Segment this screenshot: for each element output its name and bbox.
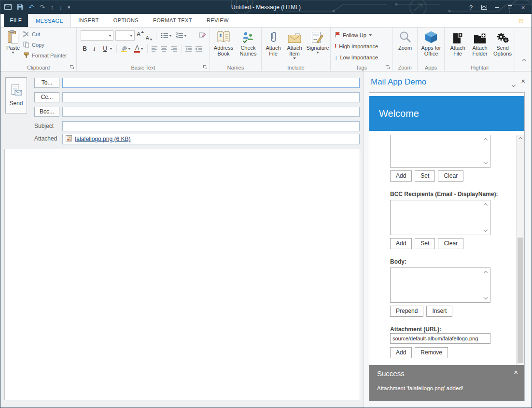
cut-button[interactable]: Cut: [23, 31, 67, 38]
task-pane-menu-icon[interactable]: [512, 80, 515, 88]
signature-button[interactable]: Signature: [306, 29, 329, 54]
decrease-indent-button[interactable]: [184, 44, 193, 54]
tab-review[interactable]: REVIEW: [199, 14, 236, 27]
body-prepend-button[interactable]: Prepend: [390, 306, 423, 317]
bcc-add-button[interactable]: Add: [390, 238, 412, 249]
listbox-scroll-down-icon[interactable]: [484, 228, 488, 232]
message-body-editor[interactable]: [4, 149, 360, 400]
increase-indent-button[interactable]: [195, 44, 203, 54]
listbox-scroll-down-icon[interactable]: [484, 160, 488, 164]
follow-up-button[interactable]: Follow Up: [335, 30, 378, 40]
previous-item-icon[interactable]: ↑: [50, 4, 54, 11]
copy-button[interactable]: Copy: [23, 42, 67, 48]
address-book-button[interactable]: Address Book: [212, 29, 235, 56]
save-icon[interactable]: [17, 4, 23, 11]
recipients-clear-button[interactable]: Clear: [438, 170, 463, 182]
attach-file-button[interactable]: Attach File: [264, 29, 283, 56]
attach-item-button[interactable]: Attach Item: [284, 29, 305, 59]
zoom-icon: [398, 29, 412, 44]
feedback-smiley-icon[interactable]: ☺: [518, 14, 525, 27]
hightail-attach-folder-button[interactable]: Attach Folder: [469, 29, 491, 56]
ribbon-display-options-icon[interactable]: [477, 0, 490, 14]
apps-for-office-button[interactable]: Apps for Office: [420, 29, 443, 56]
minimize-icon[interactable]: [490, 0, 504, 14]
bcc-button[interactable]: Bcc...: [34, 107, 59, 117]
attached-field[interactable]: falafellogo.png (6 KB): [62, 134, 360, 144]
tags-group-label: Tags: [356, 65, 367, 70]
maximize-icon[interactable]: [504, 0, 517, 14]
align-left-button[interactable]: [151, 44, 159, 54]
bcc-set-button[interactable]: Set: [415, 238, 435, 249]
help-icon[interactable]: ?: [464, 0, 477, 14]
bcc-recipients-label: BCC Recipients (Email - DisplayName):: [390, 191, 498, 197]
bcc-clear-button[interactable]: Clear: [438, 238, 463, 249]
recipients-add-button[interactable]: Add: [390, 170, 412, 182]
bullets-button[interactable]: [160, 31, 173, 41]
zoom-button[interactable]: Zoom: [394, 29, 416, 51]
highlight-button[interactable]: [120, 44, 132, 54]
align-right-button[interactable]: [170, 44, 178, 54]
collapse-ribbon-icon[interactable]: [523, 56, 526, 64]
undo-icon[interactable]: ↶: [28, 4, 34, 11]
tab-message[interactable]: MESSAGE: [28, 14, 71, 27]
attachment-url-input[interactable]: [390, 333, 490, 344]
scrollbar-thumb[interactable]: [518, 238, 523, 363]
clipboard-dialog-launcher-icon[interactable]: [70, 65, 74, 70]
tab-format-text[interactable]: FORMAT TEXT: [146, 14, 199, 27]
scrollbar-up-icon[interactable]: [517, 135, 524, 142]
bcc-recipients-listbox[interactable]: [390, 200, 490, 235]
redo-icon[interactable]: ↷: [40, 4, 45, 11]
to-button[interactable]: To...: [34, 78, 59, 88]
attachment-add-button[interactable]: Add: [390, 347, 412, 358]
grow-font-button[interactable]: A: [137, 31, 144, 41]
bcc-input[interactable]: [62, 107, 360, 117]
recipients-set-button[interactable]: Set: [415, 170, 435, 182]
font-family-combo[interactable]: [81, 30, 113, 41]
close-icon[interactable]: ×: [517, 0, 530, 14]
paste-button[interactable]: Paste: [3, 29, 23, 54]
low-importance-label: Low Importance: [340, 55, 378, 60]
body-insert-button[interactable]: Insert: [426, 306, 452, 317]
bold-button[interactable]: B: [81, 44, 89, 54]
hightail-attach-file-button[interactable]: Attach File: [448, 29, 468, 56]
low-importance-button[interactable]: ↓ Low Importance: [335, 52, 378, 62]
recipients-listbox[interactable]: [390, 135, 490, 168]
tab-insert[interactable]: INSERT: [71, 14, 106, 27]
tags-dialog-launcher-icon[interactable]: [386, 65, 390, 70]
high-importance-button[interactable]: ! High Importance: [335, 41, 378, 51]
font-size-combo[interactable]: [115, 30, 135, 41]
to-input[interactable]: [62, 78, 360, 88]
listbox-scroll-up-icon[interactable]: [484, 203, 488, 207]
listbox-scroll-up-icon[interactable]: [484, 138, 488, 142]
send-button[interactable]: Send: [5, 77, 27, 113]
listbox-scroll-down-icon[interactable]: [484, 295, 488, 299]
attachment-link[interactable]: falafellogo.png (6 KB): [75, 136, 130, 142]
mail-app-task-pane: Mail App Demo × Welcome Add Set Clear BC…: [364, 71, 532, 408]
cc-button[interactable]: Cc...: [34, 92, 59, 102]
tab-file[interactable]: FILE: [4, 14, 28, 27]
underline-button[interactable]: U: [100, 44, 113, 54]
hightail-send-options-button[interactable]: Send Options: [492, 29, 513, 56]
basic-text-dialog-launcher-icon[interactable]: [203, 65, 208, 70]
tab-options[interactable]: OPTIONS: [106, 14, 146, 27]
shrink-font-button[interactable]: A: [146, 31, 153, 41]
italic-button[interactable]: I: [90, 44, 98, 54]
check-names-button[interactable]: Check Names: [237, 29, 260, 56]
customize-qat-icon[interactable]: ▾: [68, 5, 70, 10]
listbox-scroll-up-icon[interactable]: [484, 271, 488, 275]
task-pane-close-icon[interactable]: ×: [521, 77, 525, 85]
next-item-icon[interactable]: ↓: [59, 4, 62, 11]
notification-close-icon[interactable]: ×: [514, 368, 518, 376]
body-listbox[interactable]: [390, 267, 490, 303]
align-center-button[interactable]: [160, 44, 168, 54]
task-pane-scrollbar[interactable]: [516, 135, 524, 366]
format-painter-button[interactable]: Format Painter: [23, 52, 67, 59]
clear-formatting-button[interactable]: [199, 31, 206, 40]
cc-input[interactable]: [62, 92, 360, 102]
subject-input[interactable]: [62, 121, 360, 131]
attachment-remove-button[interactable]: Remove: [415, 347, 448, 358]
message-window-icon[interactable]: [4, 4, 12, 11]
message-compose-area: Send To... Cc... Bcc... Subject Attached…: [0, 71, 364, 408]
font-color-button[interactable]: A: [133, 44, 144, 54]
numbering-button[interactable]: [175, 31, 188, 41]
